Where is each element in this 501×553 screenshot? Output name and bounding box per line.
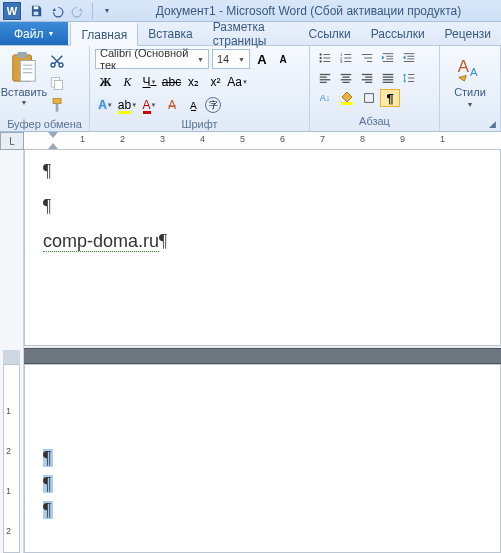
page-2[interactable]: ¶ ¶ ¶ bbox=[24, 364, 501, 553]
page-1[interactable]: ¶ ¶ comp-doma.ru¶ bbox=[24, 150, 501, 346]
save-icon[interactable] bbox=[27, 2, 45, 20]
styles-dialog-launcher[interactable]: ◢ bbox=[486, 118, 498, 130]
clipboard-group: Вставить ▼ Буфер обмена bbox=[0, 46, 90, 131]
first-line-indent-marker[interactable] bbox=[48, 132, 58, 138]
strikethrough-button[interactable]: abc bbox=[161, 72, 182, 92]
enclose-characters-button[interactable]: 字 bbox=[205, 97, 221, 113]
align-left-button[interactable] bbox=[315, 69, 335, 87]
paste-icon bbox=[9, 51, 39, 85]
tab-selector[interactable]: L bbox=[0, 132, 24, 150]
superscript-button[interactable]: x² bbox=[205, 72, 226, 92]
vertical-ruler[interactable]: 1 2 1 2 bbox=[0, 150, 24, 553]
undo-icon[interactable] bbox=[48, 2, 66, 20]
multilevel-list-button[interactable] bbox=[357, 49, 377, 67]
subscript-button[interactable]: x₂ bbox=[183, 72, 204, 92]
paragraph-mark: ¶ bbox=[159, 231, 167, 251]
change-case-button[interactable]: Aa▼ bbox=[227, 72, 248, 92]
borders-button[interactable] bbox=[359, 89, 379, 107]
ruler-tick: 7 bbox=[320, 134, 325, 144]
svg-rect-1 bbox=[34, 11, 39, 14]
text-effects-button[interactable]: A▼ bbox=[95, 95, 116, 115]
insert-tab[interactable]: Вставка bbox=[138, 22, 203, 45]
svg-text:A: A bbox=[470, 66, 478, 78]
file-tab[interactable]: Файл▼ bbox=[0, 22, 68, 45]
text-line[interactable]: comp-doma.ru¶ bbox=[43, 231, 482, 252]
paste-label: Вставить bbox=[1, 86, 48, 98]
page-break-gap bbox=[24, 348, 501, 364]
styles-group: AA Стили ▼ ◢ bbox=[440, 46, 501, 131]
scissors-icon bbox=[49, 53, 65, 69]
svg-rect-11 bbox=[54, 80, 62, 89]
ruler-tick: 1 bbox=[80, 134, 85, 144]
cut-button[interactable] bbox=[47, 51, 67, 71]
shading-button[interactable] bbox=[336, 89, 358, 107]
document-area[interactable]: ¶ ¶ comp-doma.ru¶ ¶ ¶ ¶ bbox=[24, 150, 501, 553]
ribbon: Вставить ▼ Буфер обмена Calibri (Основно… bbox=[0, 46, 501, 132]
chevron-down-icon: ▼ bbox=[238, 56, 245, 63]
mailings-tab[interactable]: Рассылки bbox=[361, 22, 435, 45]
font-color-button[interactable]: A▼ bbox=[139, 95, 160, 115]
svg-rect-57 bbox=[341, 102, 353, 105]
hanging-indent-marker[interactable] bbox=[48, 143, 58, 149]
bullets-button[interactable] bbox=[315, 49, 335, 67]
chevron-down-icon: ▼ bbox=[48, 30, 55, 37]
ruler-tick: 4 bbox=[200, 134, 205, 144]
horizontal-ruler[interactable]: 1 2 3 4 5 6 7 8 9 1 bbox=[24, 132, 501, 150]
font-name-combo[interactable]: Calibri (Основной тек▼ bbox=[95, 49, 209, 69]
paragraph-mark: ¶ bbox=[43, 196, 482, 217]
italic-button[interactable]: К bbox=[117, 72, 138, 92]
decrease-indent-button[interactable] bbox=[378, 49, 398, 67]
shrink-font-button[interactable]: A bbox=[274, 49, 292, 69]
home-tab[interactable]: Главная bbox=[70, 22, 138, 46]
paragraph-group-label: Абзац bbox=[310, 115, 439, 131]
vruler-tick: 1 bbox=[6, 406, 11, 416]
svg-point-16 bbox=[319, 60, 321, 62]
line-spacing-button[interactable] bbox=[399, 69, 419, 87]
paste-button[interactable]: Вставить ▼ bbox=[4, 49, 44, 106]
justify-button[interactable] bbox=[378, 69, 398, 87]
copy-button[interactable] bbox=[47, 73, 67, 93]
vruler-tick: 2 bbox=[6, 526, 11, 536]
svg-rect-58 bbox=[365, 94, 374, 103]
references-tab[interactable]: Ссылки bbox=[298, 22, 360, 45]
text-content: comp-doma.ru bbox=[43, 231, 159, 252]
qat-customize-icon[interactable]: ▾ bbox=[98, 2, 116, 20]
svg-rect-3 bbox=[17, 52, 26, 58]
redo-icon[interactable] bbox=[69, 2, 87, 20]
bold-button[interactable]: Ж bbox=[95, 72, 116, 92]
increase-indent-button[interactable] bbox=[399, 49, 419, 67]
show-hide-paragraph-button[interactable]: ¶ bbox=[380, 89, 400, 107]
file-tab-label: Файл bbox=[14, 27, 44, 41]
chevron-down-icon: ▼ bbox=[21, 99, 28, 106]
grow-font-button[interactable]: A bbox=[253, 49, 271, 69]
qat-separator bbox=[92, 3, 93, 19]
font-group: Calibri (Основной тек▼ 14▼ A A Ж К Ч▼ ab… bbox=[90, 46, 310, 131]
styles-label: Стили bbox=[454, 86, 486, 98]
svg-rect-4 bbox=[20, 61, 35, 82]
quick-access-toolbar: ▾ bbox=[27, 2, 116, 20]
svg-text:A: A bbox=[458, 57, 470, 76]
svg-text:3: 3 bbox=[340, 59, 343, 64]
selected-paragraph-mark: ¶ bbox=[43, 475, 53, 493]
review-tab[interactable]: Рецензи bbox=[435, 22, 501, 45]
align-center-button[interactable] bbox=[336, 69, 356, 87]
format-painter-button[interactable] bbox=[47, 95, 67, 115]
underline-button[interactable]: Ч▼ bbox=[139, 72, 160, 92]
ruler-tick: 6 bbox=[280, 134, 285, 144]
ruler-tick: 9 bbox=[400, 134, 405, 144]
numbering-button[interactable]: 123 bbox=[336, 49, 356, 67]
chevron-down-icon: ▼ bbox=[197, 56, 204, 63]
svg-rect-0 bbox=[34, 6, 39, 9]
font-size-combo[interactable]: 14▼ bbox=[212, 49, 250, 69]
ruler-tick: 8 bbox=[360, 134, 365, 144]
styles-icon[interactable]: AA bbox=[455, 53, 485, 83]
workspace: 1 2 1 2 ¶ ¶ comp-doma.ru¶ ¶ ¶ ¶ bbox=[0, 150, 501, 553]
clipboard-group-label: Буфер обмена bbox=[0, 118, 89, 131]
character-shading-button[interactable]: A̲ bbox=[183, 95, 204, 115]
align-right-button[interactable] bbox=[357, 69, 377, 87]
sort-button[interactable]: A↓ bbox=[315, 89, 335, 107]
copy-icon bbox=[49, 75, 65, 91]
page-layout-tab[interactable]: Разметка страницы bbox=[203, 22, 299, 45]
highlight-button[interactable]: ab▼ bbox=[117, 95, 138, 115]
clear-formatting-button[interactable]: A̶ bbox=[161, 95, 182, 115]
